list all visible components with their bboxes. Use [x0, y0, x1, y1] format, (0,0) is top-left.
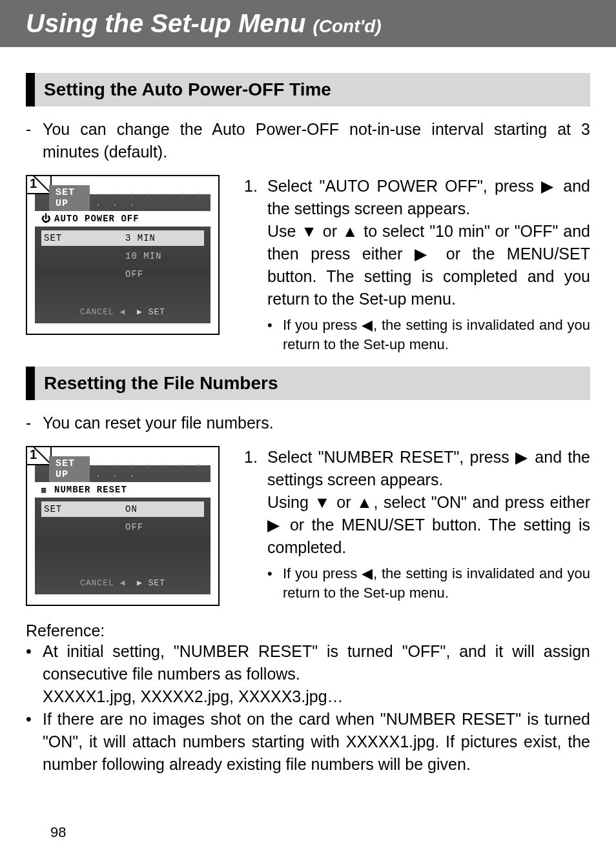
header-sub: (Cont'd)	[313, 16, 381, 36]
reference-item: • If there are no images shot on the car…	[26, 708, 590, 776]
step-item: 1. Select "NUMBER RESET", press ▶ and th…	[244, 446, 590, 559]
lcd-strip: ⏻ AUTO POWER OFF	[35, 211, 210, 227]
lcd-tab: SET UP	[49, 456, 90, 482]
lcd-strip: ▦ NUMBER RESET	[35, 482, 210, 498]
grid-icon: ▦	[41, 485, 54, 495]
page-header: Using the Set-up Menu (Cont'd)	[0, 0, 616, 47]
lcd-tab: SET UP	[49, 185, 90, 211]
header-main: Using the Set-up Menu	[26, 9, 313, 37]
lcd-figure-auto-power-off: 1 SET UP · · · · · · · · · · ⏻ AUTO POWE…	[26, 175, 220, 335]
figure-step-number: 1	[26, 446, 52, 465]
lcd-strip-label: NUMBER RESET	[54, 485, 127, 495]
reference-subline: XXXXX1.jpg, XXXXX2.jpg, XXXXX3.jpg…	[43, 685, 590, 708]
step-body: Select "AUTO POWER OFF", press ▶ and the…	[267, 175, 590, 310]
lcd-figure-number-reset: 1 SET UP · · · · · · · · · · ▦ NUMBER RE…	[26, 446, 220, 606]
reference-item: • At initial setting, "NUMBER RESET" is …	[26, 640, 590, 685]
step-item: 1. Select "AUTO POWER OFF", press ▶ and …	[244, 175, 590, 310]
step-sub-bullet: • If you press ◀, the setting is invalid…	[267, 316, 590, 354]
lcd-dots: · · · · · · · · · ·	[90, 189, 210, 211]
step-sub-bullet: • If you press ◀, the setting is invalid…	[267, 564, 590, 602]
section1-intro: - You can change the Auto Power-OFF not-…	[26, 118, 590, 163]
lcd-row: OFF	[41, 267, 204, 282]
reference-heading: Reference:	[26, 621, 590, 640]
lcd-row: SET ON	[41, 501, 204, 517]
power-icon: ⏻	[41, 214, 54, 224]
section-title-auto-power-off: Setting the Auto Power-OFF Time	[26, 73, 590, 106]
lcd-footer: CANCEL ◀ ▶ SET	[35, 578, 210, 588]
section2-intro: - You can reset your file numbers.	[26, 412, 590, 434]
step-body: Select "NUMBER RESET", press ▶ and the s…	[267, 446, 590, 559]
lcd-dots: · · · · · · · · · ·	[90, 460, 210, 482]
lcd-row: SET 3 MIN	[41, 230, 204, 246]
lcd-row: OFF	[41, 520, 204, 535]
lcd-footer: CANCEL ◀ ▶ SET	[35, 307, 210, 317]
section-title-number-reset: Resetting the File Numbers	[26, 367, 590, 400]
page-number: 98	[50, 824, 66, 841]
lcd-strip-label: AUTO POWER OFF	[54, 214, 139, 224]
lcd-row: 10 MIN	[41, 248, 204, 264]
figure-step-number: 1	[26, 175, 52, 194]
